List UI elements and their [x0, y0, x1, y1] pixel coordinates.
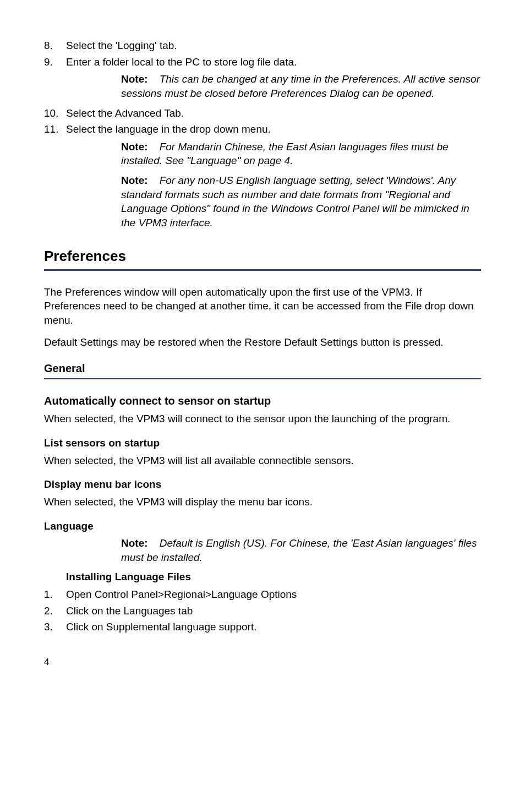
- note-block: Note: This can be changed at any time in…: [121, 72, 481, 100]
- note-block: Note: Default is English (US). For Chine…: [121, 536, 481, 564]
- list-text: Open Control Panel>Regional>Language Opt…: [66, 587, 481, 602]
- note-label: Note:: [121, 141, 148, 152]
- auto-connect-heading: Automatically connect to sensor on start…: [44, 394, 481, 408]
- note-text: For Mandarin Chinese, the East Asian lan…: [121, 141, 449, 167]
- note-text: For any non-US English language setting,…: [121, 175, 469, 228]
- note-block: Note: For any non-US English language se…: [121, 173, 481, 230]
- list-item: 1. Open Control Panel>Regional>Language …: [44, 587, 481, 602]
- list-number: 3.: [44, 620, 66, 634]
- note-label: Note:: [121, 537, 148, 549]
- list-text: Click on the Languages tab: [66, 604, 481, 618]
- list-number: 10.: [44, 106, 66, 121]
- page-number: 4: [44, 656, 481, 669]
- list-item: 2. Click on the Languages tab: [44, 604, 481, 618]
- preferences-paragraph: The Preferences window will open automat…: [44, 285, 481, 328]
- list-number: 9.: [44, 55, 66, 69]
- list-number: 1.: [44, 587, 66, 602]
- preferences-paragraph: Default Settings may be restored when th…: [44, 335, 481, 350]
- list-item: 9. Enter a folder local to the PC to sto…: [44, 55, 481, 69]
- language-heading: Language: [44, 519, 481, 533]
- list-text: Select the language in the drop down men…: [66, 122, 481, 137]
- list-sensors-paragraph: When selected, the VPM3 will list all av…: [44, 454, 481, 468]
- list-item: 8. Select the 'Logging' tab.: [44, 39, 481, 53]
- list-sensors-heading: List sensors on startup: [44, 436, 481, 450]
- preferences-heading: Preferences: [44, 247, 481, 271]
- list-text: Enter a folder local to the PC to store …: [66, 55, 481, 69]
- list-text: Click on Supplemental language support.: [66, 620, 481, 634]
- general-heading: General: [44, 361, 481, 379]
- list-text: Select the 'Logging' tab.: [66, 39, 481, 53]
- display-icons-paragraph: When selected, the VPM3 will display the…: [44, 495, 481, 509]
- display-icons-heading: Display menu bar icons: [44, 477, 481, 492]
- installing-language-files-heading: Installing Language Files: [66, 570, 481, 584]
- list-number: 11.: [44, 122, 66, 137]
- auto-connect-paragraph: When selected, the VPM3 will connect to …: [44, 412, 481, 426]
- list-item: 10. Select the Advanced Tab.: [44, 106, 481, 121]
- note-text: This can be changed at any time in the P…: [121, 73, 480, 99]
- list-number: 8.: [44, 39, 66, 53]
- note-block: Note: For Mandarin Chinese, the East Asi…: [121, 140, 481, 168]
- list-number: 2.: [44, 604, 66, 618]
- list-item: 11. Select the language in the drop down…: [44, 122, 481, 137]
- note-text: Default is English (US). For Chinese, th…: [121, 537, 477, 563]
- note-label: Note:: [121, 73, 148, 85]
- note-label: Note:: [121, 175, 148, 186]
- list-text: Select the Advanced Tab.: [66, 106, 481, 121]
- list-item: 3. Click on Supplemental language suppor…: [44, 620, 481, 634]
